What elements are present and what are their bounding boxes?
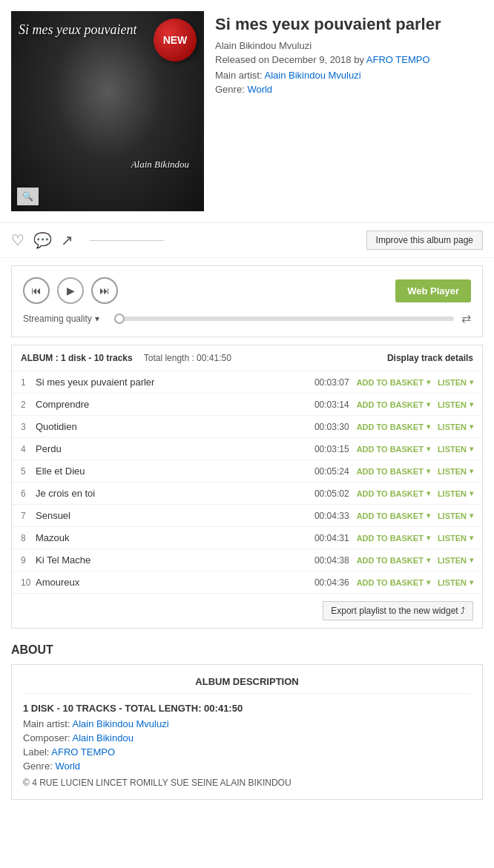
listen-button[interactable]: LISTEN ▾ [438, 489, 473, 498]
display-track-details[interactable]: Display track details [387, 353, 473, 363]
track-duration: 00:03:14 [305, 400, 349, 410]
released-text: Released on December 9, 2018 by [215, 54, 364, 65]
web-player-button[interactable]: Web Player [395, 279, 471, 302]
about-label-link[interactable]: AFRO TEMPO [51, 746, 115, 758]
streaming-quality-selector[interactable]: Streaming quality ▾ [23, 314, 99, 324]
add-basket-dropdown-icon[interactable]: ▾ [427, 423, 430, 431]
listen-button[interactable]: LISTEN ▾ [438, 511, 473, 520]
track-name: Mazouk [36, 532, 305, 543]
table-row: 3 Quotidien 00:03:30 ADD TO BASKET ▾ LIS… [12, 416, 482, 438]
listen-dropdown-icon[interactable]: ▾ [470, 534, 473, 542]
add-basket-dropdown-icon[interactable]: ▾ [427, 489, 430, 497]
about-label-label: Label: [23, 746, 49, 758]
add-basket-dropdown-icon[interactable]: ▾ [427, 400, 430, 408]
about-composer-link[interactable]: Alain Bikindou [72, 732, 133, 743]
add-to-basket-button[interactable]: ADD TO BASKET ▾ [357, 534, 430, 543]
listen-button[interactable]: LISTEN ▾ [438, 467, 473, 476]
about-main-artist-label: Main artist: [23, 718, 70, 729]
heart-icon[interactable]: ♡ [11, 231, 24, 249]
track-duration: 00:05:02 [305, 488, 349, 499]
listen-button[interactable]: LISTEN ▾ [438, 445, 473, 454]
add-to-basket-button[interactable]: ADD TO BASKET ▾ [357, 467, 430, 476]
disk-tracks-info: 1 DISK - 10 TRACKS - TOTAL LENGTH: 00:41… [23, 703, 471, 714]
track-duration: 00:04:33 [305, 511, 349, 521]
share-icon[interactable]: ↗ [61, 231, 73, 249]
listen-button[interactable]: LISTEN ▾ [438, 378, 473, 387]
listen-dropdown-icon[interactable]: ▾ [470, 578, 473, 586]
add-to-basket-button[interactable]: ADD TO BASKET ▾ [357, 423, 430, 431]
album-genre: Genre: World [215, 84, 483, 95]
player-controls: ⏮ ▶ ⏭ Web Player [23, 277, 471, 304]
track-number: 5 [21, 466, 36, 477]
track-name: Sensuel [36, 510, 305, 521]
listen-button[interactable]: LISTEN ▾ [438, 578, 473, 587]
add-basket-dropdown-icon[interactable]: ▾ [427, 534, 430, 542]
label-link[interactable]: AFRO TEMPO [366, 54, 430, 65]
add-basket-dropdown-icon[interactable]: ▾ [427, 511, 430, 520]
table-row: 7 Sensuel 00:04:33 ADD TO BASKET ▾ LISTE… [12, 505, 482, 527]
track-name: Ki Tel Mache [36, 554, 305, 566]
streaming-quality-label: Streaming quality [23, 314, 92, 324]
table-row: 1 Si mes yeux puvaient parler 00:03:07 A… [12, 371, 482, 394]
table-row: 5 Elle et Dieu 00:05:24 ADD TO BASKET ▾ … [12, 460, 482, 483]
listen-dropdown-icon[interactable]: ▾ [470, 423, 473, 431]
shuffle-icon[interactable]: ⇄ [461, 311, 471, 325]
listen-dropdown-icon[interactable]: ▾ [470, 556, 473, 564]
add-basket-dropdown-icon[interactable]: ▾ [427, 445, 430, 453]
track-name: Elle et Dieu [36, 466, 305, 477]
about-composer-label: Composer: [23, 732, 70, 743]
add-to-basket-button[interactable]: ADD TO BASKET ▾ [357, 489, 430, 498]
add-to-basket-button[interactable]: ADD TO BASKET ▾ [357, 445, 430, 454]
main-artist-link[interactable]: Alain Bikindou Mvuluzi [264, 70, 360, 81]
album-description-box: ALBUM DESCRIPTION 1 DISK - 10 TRACKS - T… [11, 664, 483, 800]
listen-dropdown-icon[interactable]: ▾ [470, 445, 473, 453]
total-length: Total length : 00:41:50 [144, 353, 231, 363]
progress-bar-wrap[interactable] [114, 317, 454, 321]
comment-icon[interactable]: 💬 [33, 231, 52, 249]
listen-button[interactable]: LISTEN ▾ [438, 534, 473, 543]
action-bar: ♡ 💬 ↗ Improve this album page [0, 223, 494, 258]
track-name: Si mes yeux puvaient parler [36, 377, 305, 388]
streaming-quality-chevron: ▾ [95, 314, 99, 324]
about-copyright: © 4 RUE LUCIEN LINCET ROMILLY SUE SEINE … [23, 778, 471, 788]
album-title: Si mes yeux pouvaient parler [215, 15, 483, 34]
add-to-basket-button[interactable]: ADD TO BASKET ▾ [357, 556, 430, 565]
listen-dropdown-icon[interactable]: ▾ [470, 511, 473, 520]
listen-button[interactable]: LISTEN ▾ [438, 400, 473, 409]
cover-title-text: Si mes yeux pouvaient [19, 22, 136, 38]
zoom-icon[interactable]: 🔍 [17, 188, 39, 205]
add-to-basket-button[interactable]: ADD TO BASKET ▾ [357, 578, 430, 587]
track-number: 3 [21, 422, 36, 432]
track-duration: 00:04:36 [305, 577, 349, 588]
listen-dropdown-icon[interactable]: ▾ [470, 467, 473, 475]
track-name: Je crois en toi [36, 488, 305, 499]
fast-forward-button[interactable]: ⏭ [91, 277, 118, 304]
listen-button[interactable]: LISTEN ▾ [438, 423, 473, 431]
add-basket-dropdown-icon[interactable]: ▾ [427, 556, 430, 564]
export-playlist-button[interactable]: Export playlist to the new widget ⤴ [323, 601, 473, 620]
add-basket-dropdown-icon[interactable]: ▾ [427, 578, 430, 586]
play-button[interactable]: ▶ [57, 277, 84, 304]
about-main-artist-link[interactable]: Alain Bikindou Mvuluzi [72, 718, 168, 729]
listen-dropdown-icon[interactable]: ▾ [470, 378, 473, 386]
action-separator [90, 240, 164, 241]
album-released: Released on December 9, 2018 by AFRO TEM… [215, 54, 483, 65]
about-genre: Genre: World [23, 761, 471, 772]
track-number: 1 [21, 377, 36, 388]
listen-button[interactable]: LISTEN ▾ [438, 556, 473, 565]
add-basket-dropdown-icon[interactable]: ▾ [427, 378, 430, 386]
track-number: 4 [21, 444, 36, 454]
about-title: ABOUT [11, 643, 483, 657]
about-genre-link[interactable]: World [55, 761, 80, 772]
listen-dropdown-icon[interactable]: ▾ [470, 400, 473, 408]
rewind-button[interactable]: ⏮ [23, 277, 50, 304]
improve-album-button[interactable]: Improve this album page [366, 231, 483, 250]
listen-dropdown-icon[interactable]: ▾ [470, 489, 473, 497]
add-to-basket-button[interactable]: ADD TO BASKET ▾ [357, 400, 430, 409]
add-basket-dropdown-icon[interactable]: ▾ [427, 467, 430, 475]
add-to-basket-button[interactable]: ADD TO BASKET ▾ [357, 511, 430, 520]
genre-link[interactable]: World [247, 84, 272, 95]
cover-artist-text: Alain Bikindou [131, 159, 189, 170]
add-to-basket-button[interactable]: ADD TO BASKET ▾ [357, 378, 430, 387]
table-row: 8 Mazouk 00:04:31 ADD TO BASKET ▾ LISTEN… [12, 527, 482, 549]
